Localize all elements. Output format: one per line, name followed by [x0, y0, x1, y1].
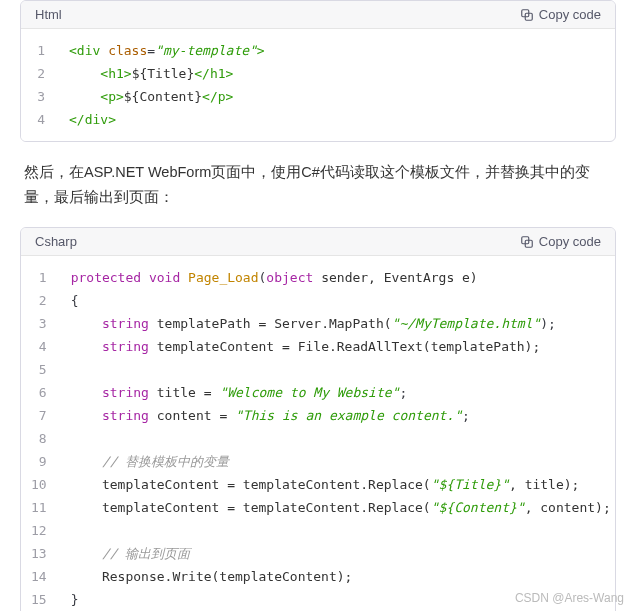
- code-line: <h1>${Title}</h1>: [69, 62, 601, 85]
- code-line: string templateContent = File.ReadAllTex…: [71, 335, 601, 358]
- copy-label: Copy code: [539, 234, 601, 249]
- copy-label: Copy code: [539, 7, 601, 22]
- code-line: [71, 358, 601, 381]
- copy-code-button[interactable]: Copy code: [520, 7, 601, 22]
- code-line: string title = "Welcome to My Website";: [71, 381, 601, 404]
- code-line: <p>${Content}</p>: [69, 85, 601, 108]
- language-label: Html: [35, 7, 62, 22]
- code-line: <div class="my-template">: [69, 39, 601, 62]
- watermark: CSDN @Ares-Wang: [515, 591, 624, 605]
- code-line: templateContent = templateContent.Replac…: [71, 473, 601, 496]
- code-line: [71, 427, 601, 450]
- code-line: </div>: [69, 108, 601, 131]
- line-numbers: 1234: [21, 29, 55, 141]
- code-line: string templatePath = Server.MapPath("~/…: [71, 312, 601, 335]
- code-line: protected void Page_Load(object sender, …: [71, 266, 601, 289]
- clipboard-icon: [520, 235, 534, 249]
- code-content: protected void Page_Load(object sender, …: [57, 256, 615, 611]
- code-line: {: [71, 289, 601, 312]
- code-content: <div class="my-template"> <h1>${Title}</…: [55, 29, 615, 141]
- description-paragraph: 然后，在ASP.NET WebForm页面中，使用C#代码读取这个模板文件，并替…: [24, 160, 612, 209]
- code-header: Csharp Copy code: [21, 228, 615, 256]
- code-block-html: Html Copy code 1234 <div class="my-templ…: [20, 0, 616, 142]
- code-body: 123456789101112131415 protected void Pag…: [21, 256, 615, 611]
- code-block-csharp: Csharp Copy code 123456789101112131415 p…: [20, 227, 616, 611]
- code-line: Response.Write(templateContent);: [71, 565, 601, 588]
- copy-code-button[interactable]: Copy code: [520, 234, 601, 249]
- code-line: string content = "This is an example con…: [71, 404, 601, 427]
- code-header: Html Copy code: [21, 1, 615, 29]
- code-body: 1234 <div class="my-template"> <h1>${Tit…: [21, 29, 615, 141]
- language-label: Csharp: [35, 234, 77, 249]
- code-line: // 输出到页面: [71, 542, 601, 565]
- code-line: templateContent = templateContent.Replac…: [71, 496, 601, 519]
- code-line: // 替换模板中的变量: [71, 450, 601, 473]
- line-numbers: 123456789101112131415: [21, 256, 57, 611]
- code-line: [71, 519, 601, 542]
- clipboard-icon: [520, 8, 534, 22]
